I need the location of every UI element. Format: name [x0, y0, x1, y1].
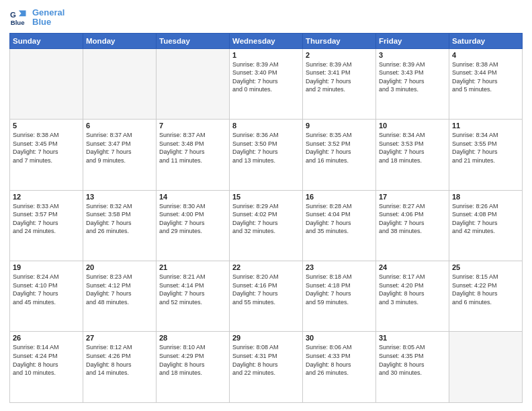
daylight-continuation: and 14 minutes. [86, 369, 153, 377]
daylight-hours: Daylight: 8 hours [159, 361, 226, 369]
sunrise-info: Sunrise: 8:08 AM [232, 343, 300, 352]
day-number: 2 [306, 51, 373, 59]
sunrise-info: Sunrise: 8:18 AM [306, 273, 373, 281]
sunset-info: Sunset: 4:22 PM [452, 281, 519, 290]
daylight-hours: Daylight: 7 hours [232, 148, 300, 156]
daylight-continuation: and 11 minutes. [159, 156, 226, 165]
daylight-hours: Daylight: 7 hours [379, 148, 446, 156]
week-row-4: 19Sunrise: 8:24 AMSunset: 4:10 PMDayligh… [10, 261, 523, 332]
day-info: Sunrise: 8:37 AMSunset: 3:47 PMDaylight:… [86, 131, 153, 165]
sunrise-info: Sunrise: 8:24 AM [13, 273, 80, 281]
sunrise-info: Sunrise: 8:29 AM [232, 202, 300, 211]
day-info: Sunrise: 8:38 AMSunset: 3:44 PMDaylight:… [452, 60, 519, 94]
calendar-cell: 20Sunrise: 8:23 AMSunset: 4:12 PMDayligh… [83, 261, 157, 332]
day-number: 17 [379, 193, 446, 201]
day-info: Sunrise: 8:06 AMSunset: 4:33 PMDaylight:… [306, 343, 373, 377]
calendar-cell: 9Sunrise: 8:35 AMSunset: 3:52 PMDaylight… [303, 120, 376, 190]
daylight-continuation: and 2 minutes. [306, 85, 373, 94]
sunset-info: Sunset: 3:55 PM [452, 140, 519, 148]
daylight-continuation: and 42 minutes. [452, 227, 519, 236]
daylight-continuation: and 13 minutes. [232, 156, 300, 165]
day-info: Sunrise: 8:20 AMSunset: 4:16 PMDaylight:… [232, 273, 300, 306]
sunrise-info: Sunrise: 8:38 AM [452, 60, 519, 69]
day-info: Sunrise: 8:23 AMSunset: 4:12 PMDaylight:… [86, 273, 153, 306]
daylight-hours: Daylight: 7 hours [452, 219, 519, 228]
sunrise-info: Sunrise: 8:21 AM [159, 273, 226, 281]
weekday-header-sunday: Sunday [10, 33, 83, 48]
sunrise-info: Sunrise: 8:15 AM [452, 273, 519, 281]
daylight-continuation: and 7 minutes. [13, 156, 80, 165]
sunrise-info: Sunrise: 8:10 AM [159, 343, 226, 352]
day-info: Sunrise: 8:15 AMSunset: 4:22 PMDaylight:… [452, 273, 519, 306]
sunrise-info: Sunrise: 8:34 AM [452, 131, 519, 140]
sunset-info: Sunset: 3:44 PM [452, 68, 519, 77]
daylight-continuation: and 30 minutes. [379, 369, 446, 377]
logo-blue: Blue [32, 17, 64, 27]
sunrise-info: Sunrise: 8:37 AM [86, 131, 153, 140]
day-number: 31 [379, 334, 446, 342]
daylight-hours: Daylight: 7 hours [232, 219, 300, 228]
day-info: Sunrise: 8:30 AMSunset: 4:00 PMDaylight:… [159, 202, 226, 236]
sunrise-info: Sunrise: 8:26 AM [452, 202, 519, 211]
calendar-cell: 16Sunrise: 8:28 AMSunset: 4:04 PMDayligh… [303, 190, 376, 261]
sunrise-info: Sunrise: 8:34 AM [379, 131, 446, 140]
daylight-continuation: and 55 minutes. [232, 298, 300, 307]
day-number: 9 [306, 122, 373, 130]
sunset-info: Sunset: 3:43 PM [379, 68, 446, 77]
calendar-cell: 21Sunrise: 8:21 AMSunset: 4:14 PMDayligh… [157, 261, 230, 332]
sunrise-info: Sunrise: 8:06 AM [306, 343, 373, 352]
daylight-hours: Daylight: 8 hours [306, 361, 373, 369]
sunrise-info: Sunrise: 8:20 AM [232, 273, 300, 281]
sunset-info: Sunset: 3:50 PM [232, 140, 300, 148]
daylight-continuation: and 45 minutes. [13, 298, 80, 307]
calendar-cell: 13Sunrise: 8:32 AMSunset: 3:58 PMDayligh… [83, 190, 157, 261]
day-info: Sunrise: 8:27 AMSunset: 4:06 PMDaylight:… [379, 202, 446, 236]
sunset-info: Sunset: 4:00 PM [159, 210, 226, 219]
day-info: Sunrise: 8:28 AMSunset: 4:04 PMDaylight:… [306, 202, 373, 236]
calendar-cell: 25Sunrise: 8:15 AMSunset: 4:22 PMDayligh… [449, 261, 523, 332]
daylight-hours: Daylight: 7 hours [306, 148, 373, 156]
daylight-continuation: and 24 minutes. [13, 227, 80, 236]
daylight-continuation: and 16 minutes. [306, 156, 373, 165]
day-number: 30 [306, 334, 373, 342]
week-row-2: 5Sunrise: 8:38 AMSunset: 3:45 PMDaylight… [10, 120, 523, 190]
sunset-info: Sunset: 4:35 PM [379, 352, 446, 361]
sunset-info: Sunset: 4:14 PM [159, 281, 226, 290]
daylight-hours: Daylight: 7 hours [232, 289, 300, 298]
sunset-info: Sunset: 4:10 PM [13, 281, 80, 290]
calendar-cell: 19Sunrise: 8:24 AMSunset: 4:10 PMDayligh… [10, 261, 83, 332]
sunrise-info: Sunrise: 8:17 AM [379, 273, 446, 281]
daylight-hours: Daylight: 7 hours [379, 219, 446, 228]
daylight-hours: Daylight: 7 hours [379, 77, 446, 86]
calendar-cell: 26Sunrise: 8:14 AMSunset: 4:24 PMDayligh… [10, 332, 83, 403]
day-info: Sunrise: 8:18 AMSunset: 4:18 PMDaylight:… [306, 273, 373, 306]
sunrise-info: Sunrise: 8:36 AM [232, 131, 300, 140]
day-number: 27 [86, 334, 153, 342]
sunset-info: Sunset: 4:04 PM [306, 210, 373, 219]
daylight-hours: Daylight: 7 hours [159, 289, 226, 298]
daylight-hours: Daylight: 8 hours [452, 289, 519, 298]
sunset-info: Sunset: 4:24 PM [13, 352, 80, 361]
daylight-continuation: and 26 minutes. [86, 227, 153, 236]
sunset-info: Sunset: 4:26 PM [86, 352, 153, 361]
sunset-info: Sunset: 3:58 PM [86, 210, 153, 219]
calendar-cell [10, 48, 83, 119]
daylight-hours: Daylight: 8 hours [379, 289, 446, 298]
daylight-hours: Daylight: 8 hours [232, 361, 300, 369]
day-info: Sunrise: 8:33 AMSunset: 3:57 PMDaylight:… [13, 202, 80, 236]
daylight-continuation: and 52 minutes. [159, 298, 226, 307]
sunset-info: Sunset: 3:52 PM [306, 140, 373, 148]
daylight-hours: Daylight: 8 hours [86, 361, 153, 369]
sunset-info: Sunset: 4:16 PM [232, 281, 300, 290]
sunset-info: Sunset: 3:53 PM [379, 140, 446, 148]
sunset-info: Sunset: 4:12 PM [86, 281, 153, 290]
day-info: Sunrise: 8:21 AMSunset: 4:14 PMDaylight:… [159, 273, 226, 306]
day-number: 4 [452, 51, 519, 59]
daylight-continuation: and 18 minutes. [379, 156, 446, 165]
calendar-cell: 1Sunrise: 8:39 AMSunset: 3:40 PMDaylight… [230, 48, 303, 119]
sunrise-info: Sunrise: 8:39 AM [306, 60, 373, 69]
day-number: 21 [159, 263, 226, 271]
svg-text:Blue: Blue [11, 19, 25, 26]
calendar-cell: 10Sunrise: 8:34 AMSunset: 3:53 PMDayligh… [376, 120, 449, 190]
daylight-hours: Daylight: 7 hours [13, 148, 80, 156]
